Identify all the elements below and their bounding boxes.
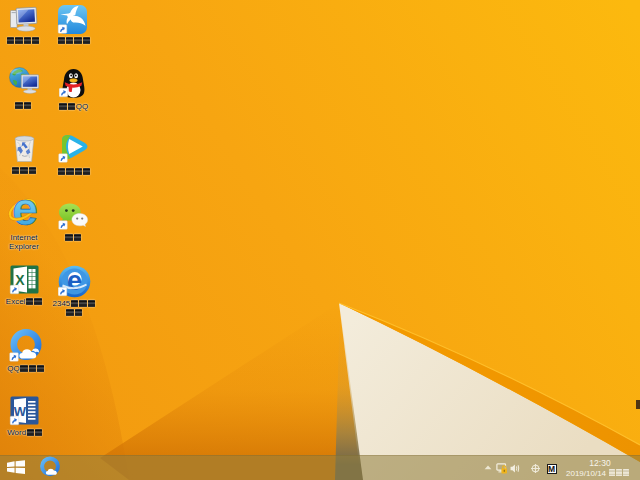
svg-text:e: e: [67, 266, 82, 296]
svg-text:e: e: [12, 196, 38, 228]
